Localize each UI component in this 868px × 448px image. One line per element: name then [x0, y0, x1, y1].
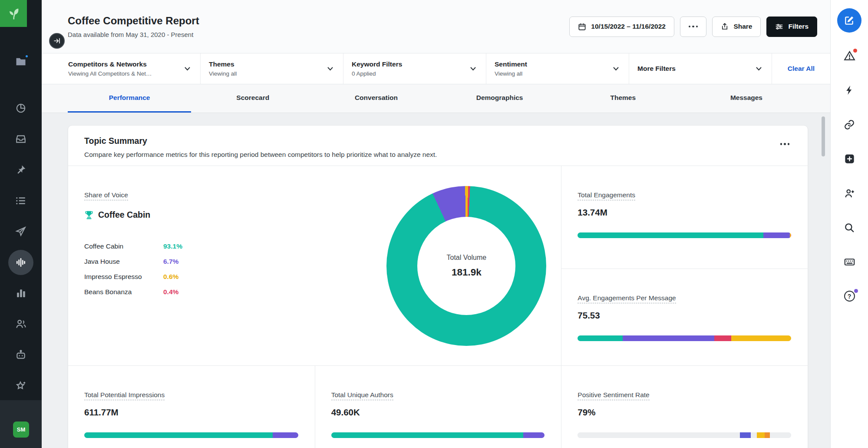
sidebar-item-list[interactable]	[0, 185, 42, 216]
compose-icon	[844, 15, 855, 26]
sidebar-item-bot[interactable]	[0, 339, 42, 370]
chevron-down-icon	[756, 66, 762, 71]
metric-value: 611.77M	[84, 407, 298, 418]
pie-report-icon	[15, 103, 26, 114]
bar-chart-icon	[16, 288, 26, 299]
legend-item: Coffee Cabin 93.1%	[84, 242, 268, 250]
link-button[interactable]	[844, 119, 855, 130]
tab-messages[interactable]: Messages	[685, 84, 808, 113]
help-button[interactable]: ?	[844, 290, 855, 302]
ellipsis-icon	[689, 26, 698, 28]
scrollbar[interactable]	[822, 116, 825, 156]
metric-total-potential-impressions: Total Potential Impressions 611.77M	[68, 365, 315, 448]
sidebar-expand-toggle[interactable]	[49, 33, 65, 49]
filter-competitors-networks[interactable]: Competitors & Networks Viewing All Compe…	[42, 53, 201, 84]
sidebar-item-audience[interactable]	[0, 309, 42, 339]
shortcuts-button[interactable]	[844, 256, 855, 268]
pin-icon	[16, 164, 26, 175]
tab-demographics[interactable]: Demographics	[438, 84, 561, 113]
legend-name: Coffee Cabin	[84, 242, 163, 250]
main-region: Coffee Competitive Report Data available…	[42, 0, 830, 448]
add-button[interactable]	[844, 153, 855, 165]
card-menu-button[interactable]	[780, 143, 790, 145]
legend-value: 0.6%	[163, 273, 178, 281]
share-of-voice-label[interactable]: Share of Voice	[84, 191, 128, 200]
automation-button[interactable]	[844, 84, 855, 96]
inbox-icon	[15, 133, 26, 145]
filter-sentiment[interactable]: Sentiment Viewing all	[486, 53, 629, 84]
star-icon	[15, 380, 26, 392]
metric-value: 75.53	[578, 310, 791, 321]
sidebar-item-analytics[interactable]	[0, 278, 42, 309]
compose-button[interactable]	[837, 8, 861, 33]
tab-conversation[interactable]: Conversation	[314, 84, 438, 113]
legend-item: Beans Bonanza 0.4%	[84, 288, 268, 296]
sidebar-item-reviews[interactable]	[0, 370, 42, 401]
metric-label[interactable]: Positive Sentiment Rate	[578, 391, 649, 400]
filters-icon	[775, 23, 783, 31]
legend-name: Beans Bonanza	[84, 288, 163, 296]
calendar-icon	[578, 23, 586, 31]
invite-people-button[interactable]	[844, 187, 855, 199]
sidebar-item-listening[interactable]	[0, 247, 42, 278]
alerts-button[interactable]	[844, 50, 855, 62]
filter-themes[interactable]: Themes Viewing all	[201, 53, 343, 84]
filter-label: Keyword Filters	[352, 60, 467, 68]
sidebar-item-reports[interactable]	[0, 93, 42, 123]
share-button[interactable]: Share	[712, 17, 761, 37]
card-description: Compare key performance metrics for this…	[84, 151, 790, 159]
share-of-voice-panel: Share of Voice Coffee Cabin Coffee	[68, 166, 561, 365]
metric-label[interactable]: Total Engagements	[578, 191, 635, 200]
filter-more-filters[interactable]: More Filters	[629, 53, 772, 84]
donut-center-value: 181.9k	[452, 267, 482, 278]
metric-bar	[578, 335, 791, 341]
report-header: Coffee Competitive Report Data available…	[42, 0, 830, 53]
sidebar-item-pins[interactable]	[0, 154, 42, 185]
tab-scorecard[interactable]: Scorecard	[191, 84, 314, 113]
ellipsis-icon	[780, 143, 790, 145]
metric-label[interactable]: Avg. Engagements Per Message	[578, 294, 676, 303]
legend-value: 93.1%	[163, 242, 182, 250]
legend-value: 0.4%	[163, 288, 178, 296]
metric-label[interactable]: Total Unique Authors	[331, 391, 393, 400]
share-icon	[721, 23, 729, 30]
bot-icon	[15, 349, 26, 361]
donut-center: Total Volume 181.9k	[417, 217, 515, 315]
filter-label: Sentiment	[495, 60, 610, 68]
search-icon	[844, 222, 855, 233]
legend-value: 6.7%	[163, 258, 178, 265]
metric-value: 79%	[578, 407, 791, 418]
filter-label: More Filters	[637, 65, 752, 73]
more-options-button[interactable]	[680, 17, 707, 37]
filter-sublabel: Viewing All Competitors & Net…	[68, 70, 181, 77]
legend-name: Java House	[84, 258, 163, 265]
clear-all-link[interactable]: Clear All	[772, 53, 830, 84]
metric-bar	[331, 432, 545, 438]
filter-sublabel: Viewing all	[495, 70, 610, 77]
tab-themes[interactable]: Themes	[561, 84, 685, 113]
header-actions: 10/15/2022 – 11/16/2022 Share Filters	[569, 17, 817, 37]
help-dot	[854, 289, 858, 293]
user-avatar[interactable]: SM	[13, 421, 29, 438]
sprout-leaf-logo[interactable]	[0, 0, 27, 27]
filter-bar: Competitors & Networks Viewing All Compe…	[42, 53, 830, 84]
sidebar-item-inbox[interactable]	[0, 123, 42, 154]
filter-keyword-filters[interactable]: Keyword Filters 0 Applied	[343, 53, 486, 84]
date-range-label: 10/15/2022 – 11/16/2022	[591, 23, 666, 30]
alert-dot	[853, 49, 857, 53]
date-range-button[interactable]: 10/15/2022 – 11/16/2022	[569, 17, 674, 37]
report-content: Topic Summary Compare key performance me…	[42, 113, 830, 448]
tab-performance[interactable]: Performance	[68, 84, 191, 113]
chevron-down-icon	[327, 66, 333, 71]
search-button[interactable]	[844, 222, 855, 233]
donut-center-label: Total Volume	[447, 254, 487, 262]
filters-button[interactable]: Filters	[766, 17, 817, 37]
trophy-icon	[84, 210, 94, 220]
metric-label[interactable]: Total Potential Impressions	[84, 391, 165, 400]
sidebar-item-folder[interactable]	[0, 46, 42, 77]
sidebar-item-publishing[interactable]	[0, 216, 42, 247]
page-title: Coffee Competitive Report	[68, 15, 199, 27]
active-item-halo	[8, 250, 33, 275]
send-icon	[15, 226, 26, 237]
share-of-voice-donut[interactable]: Total Volume 181.9k	[386, 186, 546, 346]
